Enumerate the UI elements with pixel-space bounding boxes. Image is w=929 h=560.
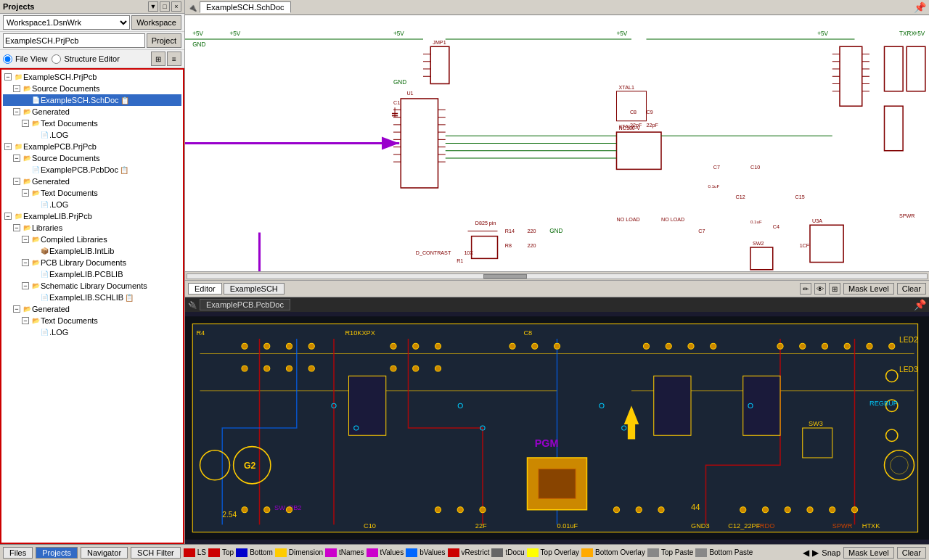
status-mask-level-btn[interactable]: Mask Level [843,547,894,559]
tdocu-color [491,548,503,557]
tree-item-sch-log[interactable]: 📄 .LOG [3,129,181,141]
tree-item-pcblib[interactable]: 📄 ExampleLIB.PCBLIB [3,268,181,280]
panel-header: Projects ▼ □ × [0,0,184,14]
workspace-row: Workspace1.DsnWrk Workspace [0,14,184,32]
tree-item-lib-prj[interactable]: − 📁 ExampleLIB.PrjPcb [3,210,181,222]
editor-tab[interactable]: Editor [188,283,222,295]
projects-tab[interactable]: Projects [36,547,78,559]
schematic-pin-icon[interactable]: 📌 [914,1,926,13]
file-view-radio-input[interactable] [3,54,12,64]
expand-sch-txt[interactable]: − [22,120,29,127]
tree-item-schdoc[interactable]: 📄 ExampleSCH.SchDoc 📋 [3,94,181,106]
expand-compiled-libs[interactable]: − [22,236,29,243]
svg-point-138 [844,343,850,349]
svg-point-139 [867,343,872,349]
expand-pcb-src[interactable]: − [13,155,20,162]
svg-text:R8: R8 [505,243,512,249]
files-tab[interactable]: Files [3,547,33,559]
expand-pcb-gen[interactable]: − [13,178,20,185]
tree-item-lib-log[interactable]: 📄 .LOG [3,326,181,338]
svg-text:44: 44 [691,503,700,511]
tree-item-compiled-libs[interactable]: − 📂 Compiled Libraries [3,234,181,245]
layer-indicators: LS Top Bottom Dimension tNames tValues b… [184,548,753,557]
editor-clear-btn[interactable]: Clear [897,283,926,295]
panel-pin-btn[interactable]: ▼ [148,1,158,12]
schematic-hscroll[interactable] [185,271,929,280]
status-clear-btn[interactable]: Clear [897,547,926,559]
project-input[interactable] [3,33,145,48]
schematic-hscroll-thumb[interactable] [483,274,527,279]
tree-item-pcb-log[interactable]: 📄 .LOG [3,199,181,210]
svg-point-123 [413,343,419,349]
workspace-button[interactable]: Workspace [131,15,181,30]
tree-item-lib-libs[interactable]: − 📂 Libraries [3,222,181,234]
tree-area: − 📁 ExampleSCH.PrjPcb − 📂 Source Documen… [0,68,184,544]
file-view-label: File View [15,54,47,63]
tree-item-pcb-gen[interactable]: − 📂 Generated [3,176,181,187]
tree-item-sch-txt[interactable]: − 📂 Text Documents [3,118,181,129]
ls-label: LS [197,548,206,556]
tree-item-sch-src[interactable]: − 📂 Source Documents [3,83,181,94]
svg-text:U1: U1 [406,91,413,96]
expand-pcb-txt[interactable]: − [22,189,29,197]
svg-text:IRDO: IRDO [758,522,774,530]
svg-text:C15: C15 [795,194,805,200]
layers-icon[interactable]: ⊞ [829,283,840,295]
tree-item-pcb-txt[interactable]: − 📂 Text Documents [3,187,181,199]
project-button[interactable]: Project [147,33,181,48]
mask-level-btn[interactable]: Mask Level [843,283,894,295]
structure-editor-radio-input[interactable] [52,54,61,64]
sch-filter-tab[interactable]: SCH Filter [131,547,181,559]
expand-sch-gen[interactable]: − [13,108,20,115]
pencil-icon[interactable]: ✏ [800,283,811,295]
tree-item-lib-gen[interactable]: − 📂 Generated [3,303,181,315]
tree-item-sch-prj[interactable]: − 📁 ExampleSCH.PrjPcb [3,71,181,83]
tree-item-schlib[interactable]: 📄 ExampleLIB.SCHLIB 📋 [3,292,181,303]
workspace-dropdown[interactable]: Workspace1.DsnWrk [3,15,130,30]
schematic-hscroll-track[interactable] [187,273,928,279]
expand-sch-src[interactable]: − [13,85,20,92]
view-icon-2[interactable]: ≡ [167,52,181,66]
expand-pcb-lib-docs[interactable]: − [22,259,29,266]
project-icon-sch: 📁 [13,72,23,82]
tree-item-sch-lib-docs[interactable]: − 📂 Schematic Library Documents [3,280,181,292]
pcb-tab[interactable]: ExamplePCB.PcbDoc [200,299,290,310]
view-icons: ⊞ ≡ [151,52,181,66]
tvalues-color [367,548,378,557]
tree-item-pcb-src[interactable]: − 📂 Source Documents [3,152,181,164]
tnames-color [325,548,337,557]
expand-sch-prj[interactable]: − [4,73,12,81]
eye-icon[interactable]: 👁 [814,283,826,295]
tree-item-pcb-prj[interactable]: − 📁 ExamplePCB.PrjPcb [3,141,181,152]
expand-pcb-prj[interactable]: − [4,143,12,150]
expand-sch-lib-docs[interactable]: − [22,282,29,289]
panel-detach-btn[interactable]: □ [160,1,170,12]
examplesch-tab[interactable]: ExampleSCH [224,283,285,295]
right-arrow[interactable]: ▶ [812,548,819,558]
panel-close-btn[interactable]: × [171,1,181,12]
folder-icon-pcb-gen: 📂 [22,176,32,186]
folder-icon-lib-libs: 📂 [22,223,32,233]
svg-point-134 [711,343,716,349]
expand-lib-gen[interactable]: − [13,305,20,313]
pcb-prj-label: ExamplePCB.PrjPcb [23,142,97,151]
svg-text:0.01uF: 0.01uF [557,522,578,530]
svg-text:D_CONTRAST: D_CONTRAST [416,250,451,256]
tree-item-sch-gen[interactable]: − 📂 Generated [3,106,181,118]
tree-item-lib-txt[interactable]: − 📂 Text Documents [3,315,181,326]
expand-lib-libs[interactable]: − [13,224,20,231]
log-icon-lib: 📄 [39,327,49,337]
pcb-pin-icon[interactable]: 📌 [914,299,926,310]
tree-item-intlib[interactable]: 📦 ExampleLIB.IntLib [3,245,181,257]
pcblib-icon: 📄 [39,269,49,279]
expand-lib-txt[interactable]: − [22,317,29,324]
navigator-tab[interactable]: Navigator [81,547,128,559]
schematic-tab[interactable]: ExampleSCH.SchDoc [200,1,291,13]
tree-item-pcbdoc[interactable]: 📄 ExamplePCB.PcbDoc 📋 [3,164,181,176]
left-arrow[interactable]: ◀ [803,548,809,558]
expand-lib-prj[interactable]: − [4,213,12,220]
tree-item-pcb-lib-docs[interactable]: − 📂 PCB Library Documents [3,257,181,268]
svg-text:220: 220 [528,243,536,249]
svg-point-121 [308,366,314,371]
view-icon-1[interactable]: ⊞ [151,52,165,66]
